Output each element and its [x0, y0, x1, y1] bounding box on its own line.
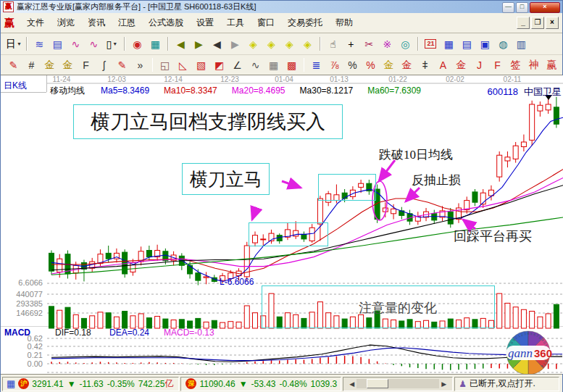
volume-bar	[114, 317, 119, 328]
volume-bar	[65, 307, 70, 328]
menu-trade[interactable]: 交易委托	[281, 14, 329, 31]
restore-chart-icon[interactable]: ◉	[129, 36, 146, 52]
menu-window[interactable]: 窗口	[251, 14, 281, 31]
close-button[interactable]: ×	[530, 2, 560, 13]
grid-tool-icon[interactable]: ▦	[265, 57, 282, 73]
report-icon[interactable]: ▤	[459, 36, 475, 52]
down-arrow-icon: ▼	[239, 379, 248, 389]
erase-brush-icon[interactable]: ✎	[114, 57, 130, 73]
menu-formula-stock[interactable]: 公式选股	[142, 14, 190, 31]
pan-right-icon[interactable]: ◈	[263, 36, 280, 52]
scroll-right-icon[interactable]: ▶	[439, 380, 449, 388]
candle-body	[317, 199, 322, 224]
ying-angle-icon[interactable]: 赢	[543, 57, 560, 73]
gold-section-icon[interactable]: 金	[59, 57, 76, 73]
more-tools-chevron[interactable]: »	[132, 57, 149, 73]
shanghai-index-panel[interactable]: ▦ 沪 3291.41 ▼ -11.63 -0.35% 742.25 亿	[2, 377, 179, 391]
title-bar[interactable]: 赢 赢家江恩专业版[赢家内部服务平台] - [中国卫星 SH600118-63日…	[1, 1, 562, 13]
f-angle-icon[interactable]: F	[489, 57, 506, 73]
fib-lines-icon[interactable]: F	[78, 57, 94, 73]
menu-info[interactable]: 资讯	[81, 14, 112, 31]
crosshair-tool-icon[interactable]: +	[343, 36, 359, 52]
zoom-out-icon[interactable]: ◈	[299, 36, 316, 52]
percent7-icon[interactable]: ⅞	[326, 57, 343, 73]
draw-brush-icon[interactable]: ✎	[5, 57, 22, 73]
mdi-restore-button[interactable]: ❐	[531, 17, 544, 29]
grid-lines-icon[interactable]: #	[23, 57, 40, 73]
save-icon[interactable]: ▣	[477, 36, 493, 52]
red-grid-icon[interactable]: ▩	[283, 57, 300, 73]
gold-line-icon[interactable]: 金	[399, 57, 415, 73]
distribution-icon[interactable]: ▦	[147, 36, 164, 52]
prev-bar-icon[interactable]: ◀	[209, 36, 225, 52]
connection-status-panel[interactable]: ♟ 已断开,双点打开.	[454, 377, 559, 391]
multi-line-icon[interactable]: ≣	[308, 57, 325, 73]
candle-body	[538, 105, 543, 111]
menu-gann[interactable]: 江恩	[112, 14, 142, 31]
minute3-chart-icon[interactable]: ∿	[67, 36, 84, 52]
menu-settings[interactable]: 设置	[190, 14, 220, 31]
gold-circle-icon[interactable]: 金	[380, 57, 397, 73]
percent3-icon[interactable]: %	[362, 57, 379, 73]
box-tool-icon[interactable]: ◱	[157, 57, 173, 73]
a-wave-icon[interactable]: A	[435, 57, 451, 73]
menu-help[interactable]: 帮助	[329, 14, 359, 31]
shen-angle-icon[interactable]: 神	[525, 57, 542, 73]
mark-tool-icon[interactable]: ※	[379, 36, 396, 52]
menu-file[interactable]: 文件	[20, 14, 51, 31]
volume-bar	[122, 311, 128, 328]
last-page-icon[interactable]: ▶	[191, 36, 207, 52]
menu-tools[interactable]: 工具	[220, 14, 251, 31]
volume-bar	[57, 310, 62, 328]
gold-angle-icon[interactable]: 金	[453, 57, 470, 73]
period-day-button[interactable]: 日▼	[5, 36, 22, 52]
candle-pen-icon[interactable]: ǂ	[417, 57, 433, 73]
minute9-chart-icon[interactable]: ∿	[86, 36, 102, 52]
percent-icon[interactable]: %	[344, 57, 361, 73]
next-bar-icon[interactable]: ▶	[227, 36, 243, 52]
mdi-close-button[interactable]: ×	[546, 17, 559, 29]
volume-bar	[220, 322, 225, 328]
maximize-button[interactable]: □	[516, 2, 528, 13]
calendar-icon[interactable]: 21	[422, 36, 439, 52]
first-page-icon[interactable]: ◀	[172, 36, 189, 52]
horizontal-scrollbar[interactable]: ◀ ▶	[343, 377, 453, 391]
candle-body	[521, 142, 526, 147]
quote-list-icon[interactable]: ▤	[49, 36, 66, 52]
smart-analysis-icon[interactable]: ◎	[397, 36, 414, 52]
mdi-minimize-button[interactable]: _	[517, 17, 530, 29]
trend-net-icon[interactable]: ≋	[31, 36, 48, 52]
sz-index-value: 11090.46	[199, 379, 235, 389]
gold-ratio-icon[interactable]: 金	[41, 57, 58, 73]
chart-area: 11-2412-0312-1412-2301-0401-1301-2202-02…	[1, 75, 563, 374]
pane-label-daily-kline: 日K线	[4, 80, 27, 92]
pan-left-icon[interactable]: ◈	[245, 36, 262, 52]
calculator-icon[interactable]: ▦	[441, 36, 457, 52]
sync-web-icon[interactable]: ◍	[495, 36, 512, 52]
scrollbar-track[interactable]	[356, 379, 439, 388]
gann-box-icon[interactable]: ◩	[211, 57, 228, 73]
scroll-left-icon[interactable]: ◀	[347, 380, 356, 388]
volume-axis-label: 440077	[1, 290, 43, 299]
volume-bar	[81, 318, 86, 328]
main-toolbar: 日▼≋▤∿∿▯▼◉▦◀▶◀▶◈◈◈◈☝+✂※◎21▦▤▣◍▥	[1, 33, 562, 55]
wave-tool-icon[interactable]: ∿	[247, 57, 264, 73]
scrollbar-thumb[interactable]	[367, 379, 388, 388]
x-axis-label: 01-04	[275, 75, 293, 83]
minimize-button[interactable]: —	[502, 2, 514, 13]
zoom-in-icon[interactable]: ◈	[281, 36, 298, 52]
hand-tool-icon[interactable]: ☝	[325, 36, 341, 52]
qian-angle-icon[interactable]: 签	[507, 57, 524, 73]
candle-style-button[interactable]: ▯▼	[104, 36, 120, 52]
angle-lines-icon[interactable]: ∠	[229, 57, 246, 73]
volume-bar	[49, 306, 54, 328]
print-icon[interactable]: ▥	[513, 36, 530, 52]
ma-legend-item: Ma60=7.6309	[367, 86, 421, 96]
shenzhen-index-panel[interactable]: 深 11090.46 ▼ -53.43 -0.48% 1039.3	[180, 377, 341, 391]
measure-tool-icon[interactable]: ✂	[361, 36, 378, 52]
menu-browse[interactable]: 浏览	[51, 14, 81, 31]
spiral-tool-icon[interactable]: ʃ	[96, 57, 112, 73]
gann-fan-icon[interactable]: ◺	[175, 57, 191, 73]
gann-grid-icon[interactable]: ▧	[193, 57, 209, 73]
j-angle-icon[interactable]: J	[471, 57, 488, 73]
